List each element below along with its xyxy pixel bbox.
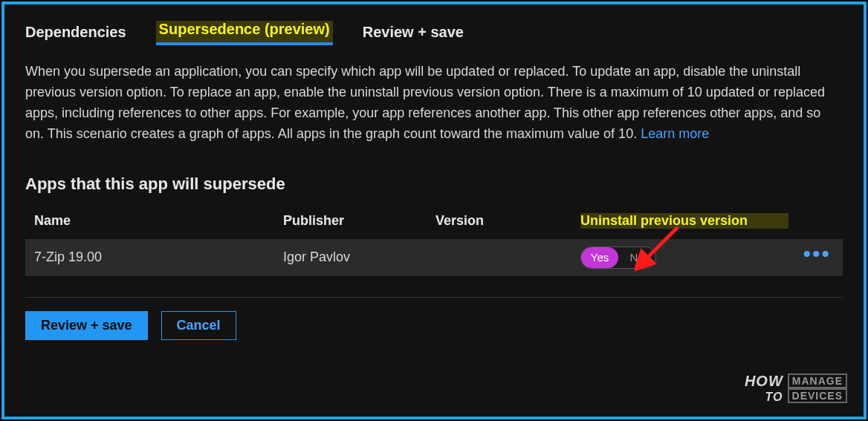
tab-dependencies[interactable]: Dependencies bbox=[25, 24, 126, 45]
cell-name: 7-Zip 19.00 bbox=[34, 249, 283, 265]
col-header-publisher: Publisher bbox=[283, 213, 435, 229]
wm-how: HOW bbox=[745, 373, 783, 388]
col-header-version: Version bbox=[435, 213, 580, 229]
section-title: Apps that this app will supersede bbox=[25, 174, 843, 194]
cell-uninstall-toggle: Yes No bbox=[580, 247, 788, 269]
wm-manage: MANAGE bbox=[788, 373, 847, 388]
toggle-no[interactable]: No bbox=[618, 247, 655, 268]
tab-supersedence[interactable]: Supersedence (preview) bbox=[156, 21, 333, 45]
table-header: Name Publisher Version Uninstall previou… bbox=[25, 207, 843, 235]
action-bar: Review + save Cancel bbox=[25, 311, 843, 340]
uninstall-toggle[interactable]: Yes No bbox=[580, 247, 656, 269]
table-row: 7-Zip 19.00 Igor Pavlov Yes No ••• bbox=[25, 239, 843, 276]
tab-review-save[interactable]: Review + save bbox=[363, 24, 464, 45]
wm-to: TO bbox=[765, 391, 783, 403]
col-header-name: Name bbox=[34, 213, 283, 229]
divider bbox=[25, 297, 843, 298]
row-more-icon[interactable]: ••• bbox=[803, 241, 834, 266]
wm-devices: DEVICES bbox=[788, 388, 847, 403]
review-save-button[interactable]: Review + save bbox=[25, 311, 148, 340]
tab-bar: Dependencies Supersedence (preview) Revi… bbox=[25, 21, 843, 45]
description-text: When you supersede an application, you c… bbox=[25, 62, 843, 145]
learn-more-link[interactable]: Learn more bbox=[641, 126, 709, 141]
cancel-button[interactable]: Cancel bbox=[161, 311, 236, 340]
toggle-yes[interactable]: Yes bbox=[581, 247, 618, 268]
cell-publisher: Igor Pavlov bbox=[283, 249, 435, 265]
watermark: HOW MANAGE TO DEVICES bbox=[745, 373, 847, 403]
col-header-uninstall: Uninstall previous version bbox=[580, 213, 788, 229]
supersede-table: Name Publisher Version Uninstall previou… bbox=[25, 207, 843, 276]
app-frame: Dependencies Supersedence (preview) Revi… bbox=[1, 1, 867, 420]
